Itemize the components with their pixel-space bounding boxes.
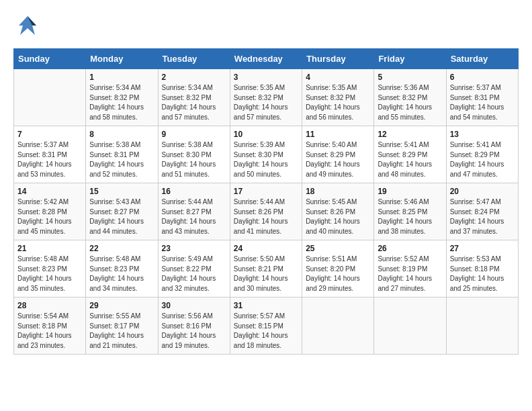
day-number: 30 <box>162 301 226 310</box>
calendar-cell: 20Sunrise: 5:47 AM Sunset: 8:24 PM Dayli… <box>446 183 518 240</box>
calendar-cell: 2Sunrise: 5:34 AM Sunset: 8:32 PM Daylig… <box>158 69 230 126</box>
day-info: Sunrise: 5:34 AM Sunset: 8:32 PM Dayligh… <box>162 83 226 122</box>
day-info: Sunrise: 5:38 AM Sunset: 8:31 PM Dayligh… <box>89 140 154 179</box>
day-number: 16 <box>162 187 226 196</box>
calendar-cell: 15Sunrise: 5:43 AM Sunset: 8:27 PM Dayli… <box>86 183 158 240</box>
calendar-cell: 25Sunrise: 5:51 AM Sunset: 8:20 PM Dayli… <box>302 240 374 298</box>
day-info: Sunrise: 5:36 AM Sunset: 8:32 PM Dayligh… <box>378 83 442 122</box>
day-number: 29 <box>89 301 154 310</box>
day-number: 7 <box>17 130 82 139</box>
weekday-header: Saturday <box>446 49 518 69</box>
calendar-cell: 16Sunrise: 5:44 AM Sunset: 8:27 PM Dayli… <box>158 183 230 240</box>
calendar-week-row: 7Sunrise: 5:37 AM Sunset: 8:31 PM Daylig… <box>14 126 519 183</box>
day-info: Sunrise: 5:35 AM Sunset: 8:32 PM Dayligh… <box>234 83 298 122</box>
day-number: 8 <box>89 130 154 139</box>
day-number: 20 <box>450 187 515 196</box>
calendar-cell <box>14 69 86 126</box>
day-info: Sunrise: 5:35 AM Sunset: 8:32 PM Dayligh… <box>306 83 370 122</box>
calendar-cell: 27Sunrise: 5:53 AM Sunset: 8:18 PM Dayli… <box>446 240 518 298</box>
day-number: 11 <box>306 130 370 139</box>
day-info: Sunrise: 5:41 AM Sunset: 8:29 PM Dayligh… <box>450 140 515 179</box>
day-number: 26 <box>378 244 442 253</box>
day-number: 13 <box>450 130 515 139</box>
calendar-cell: 6Sunrise: 5:37 AM Sunset: 8:31 PM Daylig… <box>446 69 518 126</box>
weekday-header: Tuesday <box>158 49 230 69</box>
calendar-cell: 12Sunrise: 5:41 AM Sunset: 8:29 PM Dayli… <box>374 126 446 183</box>
weekday-header-row: SundayMondayTuesdayWednesdayThursdayFrid… <box>14 49 519 69</box>
day-info: Sunrise: 5:38 AM Sunset: 8:30 PM Dayligh… <box>162 140 226 179</box>
day-info: Sunrise: 5:52 AM Sunset: 8:19 PM Dayligh… <box>378 255 442 293</box>
day-number: 22 <box>89 244 154 253</box>
day-number: 17 <box>234 187 298 196</box>
day-number: 14 <box>17 187 82 196</box>
calendar-cell: 13Sunrise: 5:41 AM Sunset: 8:29 PM Dayli… <box>446 126 518 183</box>
weekday-header: Wednesday <box>230 49 302 69</box>
day-info: Sunrise: 5:48 AM Sunset: 8:23 PM Dayligh… <box>89 255 154 293</box>
calendar-cell: 23Sunrise: 5:49 AM Sunset: 8:22 PM Dayli… <box>158 240 230 298</box>
calendar-cell: 14Sunrise: 5:42 AM Sunset: 8:28 PM Dayli… <box>14 183 86 240</box>
day-number: 10 <box>234 130 298 139</box>
day-info: Sunrise: 5:37 AM Sunset: 8:31 PM Dayligh… <box>17 140 82 179</box>
day-info: Sunrise: 5:56 AM Sunset: 8:16 PM Dayligh… <box>162 312 226 351</box>
day-number: 25 <box>306 244 370 253</box>
day-info: Sunrise: 5:50 AM Sunset: 8:21 PM Dayligh… <box>234 255 298 293</box>
calendar-cell: 5Sunrise: 5:36 AM Sunset: 8:32 PM Daylig… <box>374 69 446 126</box>
day-number: 2 <box>162 73 226 82</box>
logo <box>13 13 42 42</box>
calendar-cell <box>302 298 374 355</box>
calendar-week-row: 14Sunrise: 5:42 AM Sunset: 8:28 PM Dayli… <box>14 183 519 240</box>
calendar-cell: 10Sunrise: 5:39 AM Sunset: 8:30 PM Dayli… <box>230 126 302 183</box>
day-info: Sunrise: 5:44 AM Sunset: 8:27 PM Dayligh… <box>162 197 226 236</box>
day-number: 12 <box>378 130 442 139</box>
day-info: Sunrise: 5:43 AM Sunset: 8:27 PM Dayligh… <box>89 197 154 236</box>
day-info: Sunrise: 5:41 AM Sunset: 8:29 PM Dayligh… <box>378 140 442 179</box>
day-info: Sunrise: 5:34 AM Sunset: 8:32 PM Dayligh… <box>89 83 154 122</box>
day-info: Sunrise: 5:53 AM Sunset: 8:18 PM Dayligh… <box>450 255 515 293</box>
calendar-cell: 9Sunrise: 5:38 AM Sunset: 8:30 PM Daylig… <box>158 126 230 183</box>
calendar-week-row: 21Sunrise: 5:48 AM Sunset: 8:23 PM Dayli… <box>14 240 519 298</box>
day-number: 31 <box>234 301 298 310</box>
calendar-cell: 11Sunrise: 5:40 AM Sunset: 8:29 PM Dayli… <box>302 126 374 183</box>
day-info: Sunrise: 5:45 AM Sunset: 8:26 PM Dayligh… <box>306 197 370 236</box>
day-number: 15 <box>89 187 154 196</box>
day-info: Sunrise: 5:40 AM Sunset: 8:29 PM Dayligh… <box>306 140 370 179</box>
day-info: Sunrise: 5:49 AM Sunset: 8:22 PM Dayligh… <box>162 255 226 293</box>
day-number: 27 <box>450 244 515 253</box>
calendar-cell: 18Sunrise: 5:45 AM Sunset: 8:26 PM Dayli… <box>302 183 374 240</box>
day-number: 18 <box>306 187 370 196</box>
day-info: Sunrise: 5:44 AM Sunset: 8:26 PM Dayligh… <box>234 197 298 236</box>
calendar-week-row: 1Sunrise: 5:34 AM Sunset: 8:32 PM Daylig… <box>14 69 519 126</box>
day-info: Sunrise: 5:47 AM Sunset: 8:24 PM Dayligh… <box>450 197 515 236</box>
calendar-cell <box>446 298 518 355</box>
day-number: 6 <box>450 73 515 82</box>
calendar-cell: 30Sunrise: 5:56 AM Sunset: 8:16 PM Dayli… <box>158 298 230 355</box>
day-info: Sunrise: 5:57 AM Sunset: 8:15 PM Dayligh… <box>234 312 298 351</box>
day-number: 9 <box>162 130 226 139</box>
day-info: Sunrise: 5:39 AM Sunset: 8:30 PM Dayligh… <box>234 140 298 179</box>
calendar-cell: 21Sunrise: 5:48 AM Sunset: 8:23 PM Dayli… <box>14 240 86 298</box>
day-info: Sunrise: 5:37 AM Sunset: 8:31 PM Dayligh… <box>450 83 515 122</box>
calendar-cell: 31Sunrise: 5:57 AM Sunset: 8:15 PM Dayli… <box>230 298 302 355</box>
calendar-cell: 22Sunrise: 5:48 AM Sunset: 8:23 PM Dayli… <box>86 240 158 298</box>
calendar-cell <box>374 298 446 355</box>
calendar-cell: 1Sunrise: 5:34 AM Sunset: 8:32 PM Daylig… <box>86 69 158 126</box>
calendar-week-row: 28Sunrise: 5:54 AM Sunset: 8:18 PM Dayli… <box>14 298 519 355</box>
calendar-cell: 3Sunrise: 5:35 AM Sunset: 8:32 PM Daylig… <box>230 69 302 126</box>
calendar-cell: 7Sunrise: 5:37 AM Sunset: 8:31 PM Daylig… <box>14 126 86 183</box>
day-number: 23 <box>162 244 226 253</box>
calendar-cell: 8Sunrise: 5:38 AM Sunset: 8:31 PM Daylig… <box>86 126 158 183</box>
calendar-cell: 17Sunrise: 5:44 AM Sunset: 8:26 PM Dayli… <box>230 183 302 240</box>
day-number: 3 <box>234 73 298 82</box>
weekday-header: Friday <box>374 49 446 69</box>
calendar-cell: 4Sunrise: 5:35 AM Sunset: 8:32 PM Daylig… <box>302 69 374 126</box>
day-info: Sunrise: 5:54 AM Sunset: 8:18 PM Dayligh… <box>17 312 82 351</box>
day-number: 28 <box>17 301 82 310</box>
calendar-table: SundayMondayTuesdayWednesdayThursdayFrid… <box>13 48 519 355</box>
day-number: 1 <box>89 73 154 82</box>
day-info: Sunrise: 5:55 AM Sunset: 8:17 PM Dayligh… <box>89 312 154 351</box>
calendar-cell: 26Sunrise: 5:52 AM Sunset: 8:19 PM Dayli… <box>374 240 446 298</box>
day-number: 24 <box>234 244 298 253</box>
logo-icon <box>15 13 40 42</box>
day-number: 5 <box>378 73 442 82</box>
weekday-header: Thursday <box>302 49 374 69</box>
